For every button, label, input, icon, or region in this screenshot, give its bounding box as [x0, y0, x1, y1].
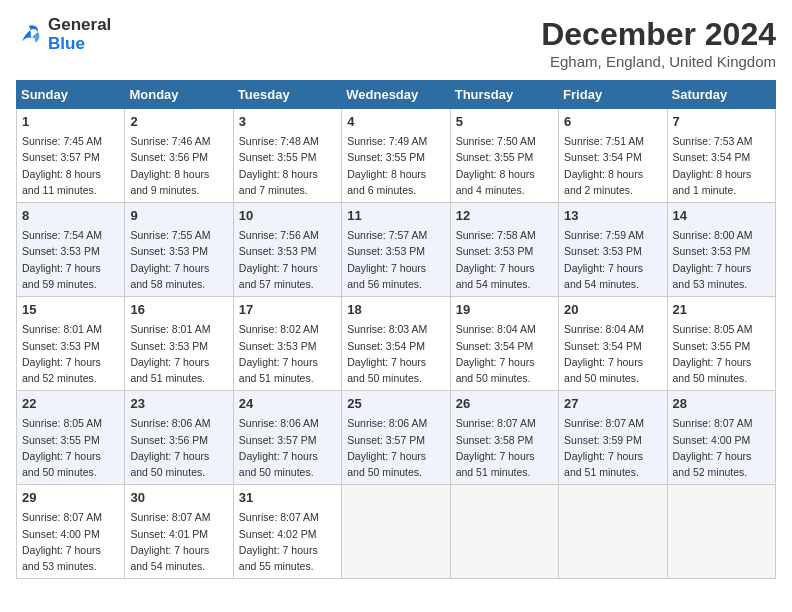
day-info: Sunrise: 7:51 AMSunset: 3:54 PMDaylight:… [564, 135, 644, 196]
calendar-week-row: 29 Sunrise: 8:07 AMSunset: 4:00 PMDaylig… [17, 485, 776, 579]
title-block: December 2024 Egham, England, United Kin… [541, 16, 776, 70]
calendar-table: Sunday Monday Tuesday Wednesday Thursday… [16, 80, 776, 579]
day-info: Sunrise: 8:05 AMSunset: 3:55 PMDaylight:… [673, 323, 753, 384]
day-info: Sunrise: 7:48 AMSunset: 3:55 PMDaylight:… [239, 135, 319, 196]
table-row [667, 485, 775, 579]
day-number: 10 [239, 207, 336, 225]
table-row: 6 Sunrise: 7:51 AMSunset: 3:54 PMDayligh… [559, 109, 667, 203]
day-info: Sunrise: 7:45 AMSunset: 3:57 PMDaylight:… [22, 135, 102, 196]
header-friday: Friday [559, 81, 667, 109]
day-info: Sunrise: 8:07 AMSunset: 3:58 PMDaylight:… [456, 417, 536, 478]
day-number: 27 [564, 395, 661, 413]
table-row: 3 Sunrise: 7:48 AMSunset: 3:55 PMDayligh… [233, 109, 341, 203]
page-header: General Blue December 2024 Egham, Englan… [16, 16, 776, 70]
table-row: 7 Sunrise: 7:53 AMSunset: 3:54 PMDayligh… [667, 109, 775, 203]
day-number: 11 [347, 207, 444, 225]
table-row: 29 Sunrise: 8:07 AMSunset: 4:00 PMDaylig… [17, 485, 125, 579]
day-info: Sunrise: 8:03 AMSunset: 3:54 PMDaylight:… [347, 323, 427, 384]
day-info: Sunrise: 8:01 AMSunset: 3:53 PMDaylight:… [22, 323, 102, 384]
day-number: 7 [673, 113, 770, 131]
table-row: 14 Sunrise: 8:00 AMSunset: 3:53 PMDaylig… [667, 203, 775, 297]
day-info: Sunrise: 8:00 AMSunset: 3:53 PMDaylight:… [673, 229, 753, 290]
day-info: Sunrise: 7:58 AMSunset: 3:53 PMDaylight:… [456, 229, 536, 290]
day-number: 6 [564, 113, 661, 131]
header-wednesday: Wednesday [342, 81, 450, 109]
table-row [342, 485, 450, 579]
table-row: 8 Sunrise: 7:54 AMSunset: 3:53 PMDayligh… [17, 203, 125, 297]
table-row: 12 Sunrise: 7:58 AMSunset: 3:53 PMDaylig… [450, 203, 558, 297]
table-row: 21 Sunrise: 8:05 AMSunset: 3:55 PMDaylig… [667, 297, 775, 391]
day-number: 16 [130, 301, 227, 319]
day-number: 21 [673, 301, 770, 319]
day-info: Sunrise: 8:07 AMSunset: 4:02 PMDaylight:… [239, 511, 319, 572]
day-info: Sunrise: 7:55 AMSunset: 3:53 PMDaylight:… [130, 229, 210, 290]
header-tuesday: Tuesday [233, 81, 341, 109]
day-number: 31 [239, 489, 336, 507]
header-monday: Monday [125, 81, 233, 109]
day-number: 17 [239, 301, 336, 319]
day-info: Sunrise: 8:06 AMSunset: 3:56 PMDaylight:… [130, 417, 210, 478]
day-info: Sunrise: 7:57 AMSunset: 3:53 PMDaylight:… [347, 229, 427, 290]
table-row: 9 Sunrise: 7:55 AMSunset: 3:53 PMDayligh… [125, 203, 233, 297]
day-number: 25 [347, 395, 444, 413]
day-info: Sunrise: 7:59 AMSunset: 3:53 PMDaylight:… [564, 229, 644, 290]
day-number: 5 [456, 113, 553, 131]
day-info: Sunrise: 7:46 AMSunset: 3:56 PMDaylight:… [130, 135, 210, 196]
day-info: Sunrise: 8:07 AMSunset: 4:00 PMDaylight:… [673, 417, 753, 478]
logo-text: General Blue [48, 16, 111, 53]
day-info: Sunrise: 7:56 AMSunset: 3:53 PMDaylight:… [239, 229, 319, 290]
day-number: 9 [130, 207, 227, 225]
header-saturday: Saturday [667, 81, 775, 109]
logo-icon [16, 21, 44, 49]
day-number: 3 [239, 113, 336, 131]
table-row: 28 Sunrise: 8:07 AMSunset: 4:00 PMDaylig… [667, 391, 775, 485]
table-row: 25 Sunrise: 8:06 AMSunset: 3:57 PMDaylig… [342, 391, 450, 485]
calendar-week-row: 1 Sunrise: 7:45 AMSunset: 3:57 PMDayligh… [17, 109, 776, 203]
day-info: Sunrise: 8:02 AMSunset: 3:53 PMDaylight:… [239, 323, 319, 384]
day-info: Sunrise: 7:54 AMSunset: 3:53 PMDaylight:… [22, 229, 102, 290]
table-row: 31 Sunrise: 8:07 AMSunset: 4:02 PMDaylig… [233, 485, 341, 579]
day-number: 22 [22, 395, 119, 413]
logo: General Blue [16, 16, 111, 53]
day-info: Sunrise: 8:01 AMSunset: 3:53 PMDaylight:… [130, 323, 210, 384]
table-row [559, 485, 667, 579]
table-row: 10 Sunrise: 7:56 AMSunset: 3:53 PMDaylig… [233, 203, 341, 297]
day-info: Sunrise: 8:07 AMSunset: 3:59 PMDaylight:… [564, 417, 644, 478]
table-row: 30 Sunrise: 8:07 AMSunset: 4:01 PMDaylig… [125, 485, 233, 579]
day-info: Sunrise: 7:53 AMSunset: 3:54 PMDaylight:… [673, 135, 753, 196]
day-number: 19 [456, 301, 553, 319]
header-sunday: Sunday [17, 81, 125, 109]
table-row: 16 Sunrise: 8:01 AMSunset: 3:53 PMDaylig… [125, 297, 233, 391]
table-row: 27 Sunrise: 8:07 AMSunset: 3:59 PMDaylig… [559, 391, 667, 485]
weekday-header-row: Sunday Monday Tuesday Wednesday Thursday… [17, 81, 776, 109]
table-row [450, 485, 558, 579]
table-row: 20 Sunrise: 8:04 AMSunset: 3:54 PMDaylig… [559, 297, 667, 391]
table-row: 13 Sunrise: 7:59 AMSunset: 3:53 PMDaylig… [559, 203, 667, 297]
day-info: Sunrise: 7:49 AMSunset: 3:55 PMDaylight:… [347, 135, 427, 196]
day-number: 15 [22, 301, 119, 319]
day-number: 28 [673, 395, 770, 413]
location-subtitle: Egham, England, United Kingdom [541, 53, 776, 70]
day-number: 13 [564, 207, 661, 225]
day-number: 12 [456, 207, 553, 225]
table-row: 26 Sunrise: 8:07 AMSunset: 3:58 PMDaylig… [450, 391, 558, 485]
table-row: 24 Sunrise: 8:06 AMSunset: 3:57 PMDaylig… [233, 391, 341, 485]
day-number: 20 [564, 301, 661, 319]
table-row: 2 Sunrise: 7:46 AMSunset: 3:56 PMDayligh… [125, 109, 233, 203]
table-row: 4 Sunrise: 7:49 AMSunset: 3:55 PMDayligh… [342, 109, 450, 203]
day-number: 23 [130, 395, 227, 413]
day-number: 1 [22, 113, 119, 131]
calendar-title: December 2024 [541, 16, 776, 53]
day-number: 29 [22, 489, 119, 507]
day-info: Sunrise: 8:04 AMSunset: 3:54 PMDaylight:… [456, 323, 536, 384]
table-row: 17 Sunrise: 8:02 AMSunset: 3:53 PMDaylig… [233, 297, 341, 391]
table-row: 18 Sunrise: 8:03 AMSunset: 3:54 PMDaylig… [342, 297, 450, 391]
day-number: 26 [456, 395, 553, 413]
day-info: Sunrise: 8:04 AMSunset: 3:54 PMDaylight:… [564, 323, 644, 384]
table-row: 22 Sunrise: 8:05 AMSunset: 3:55 PMDaylig… [17, 391, 125, 485]
header-thursday: Thursday [450, 81, 558, 109]
table-row: 23 Sunrise: 8:06 AMSunset: 3:56 PMDaylig… [125, 391, 233, 485]
calendar-week-row: 8 Sunrise: 7:54 AMSunset: 3:53 PMDayligh… [17, 203, 776, 297]
day-number: 4 [347, 113, 444, 131]
day-info: Sunrise: 8:07 AMSunset: 4:00 PMDaylight:… [22, 511, 102, 572]
